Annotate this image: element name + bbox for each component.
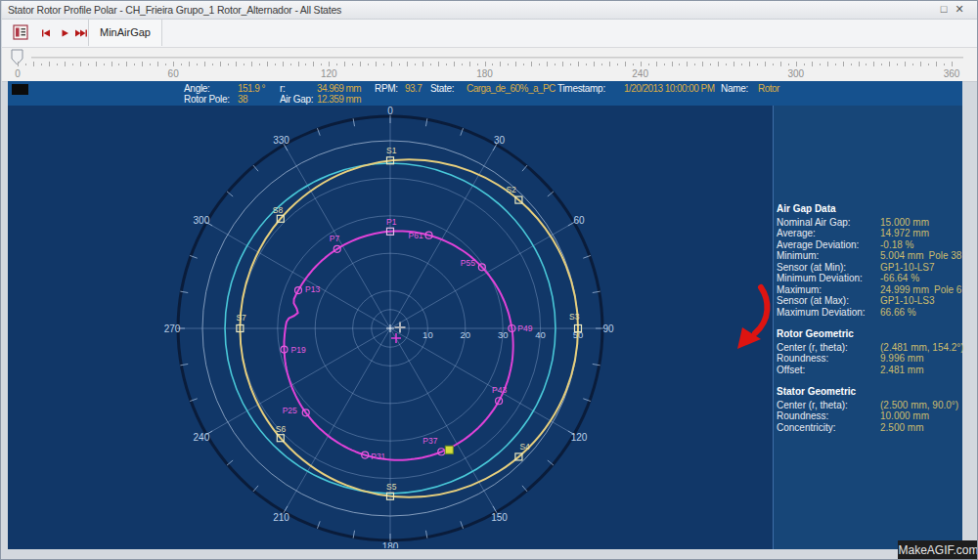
- ruler-tick: [25, 64, 26, 65]
- makeagif-watermark: MakeAGIF.com: [898, 540, 978, 560]
- ruler-tick: [812, 62, 813, 66]
- ruler-tick: [477, 64, 478, 65]
- ruler-tick: [118, 64, 119, 65]
- ruler-tick: [18, 62, 19, 66]
- legend-swatch: [12, 84, 28, 95]
- app-window: Stator Rotor Profile Polar - CH_Frieira …: [0, 0, 978, 560]
- ruler-tick: [80, 62, 81, 66]
- state-value: Carga_de_60%_a_PC: [467, 83, 556, 94]
- ruler-tick: [321, 64, 322, 65]
- timeline-ruler: 060120180240300360: [2, 48, 977, 82]
- angle-value: 151.9 °: [238, 83, 265, 94]
- ruler-tick: [780, 62, 781, 66]
- ruler-tick: [625, 62, 626, 66]
- panel-row: Sensor (at Max):GP1-10-LS3: [777, 295, 968, 307]
- panel-row: Offset:2.481 mm: [777, 365, 968, 376]
- ruler-tick: [88, 64, 89, 65]
- ruler-tick: [352, 64, 353, 65]
- ruler-label: 240: [632, 68, 648, 79]
- ruler-tick: [383, 64, 384, 65]
- ruler-tick: [126, 62, 127, 66]
- ruler-tick: [601, 64, 602, 65]
- ruler-tick: [336, 64, 337, 65]
- ruler-tick: [462, 64, 463, 65]
- play-icon[interactable]: [58, 26, 73, 40]
- ruler-tick: [555, 64, 556, 65]
- panel-row: Concentricity:2.500 mm: [777, 422, 968, 434]
- slider-thumb[interactable]: [11, 49, 25, 70]
- ruler-tick: [415, 64, 416, 65]
- svg-text:240: 240: [194, 432, 210, 443]
- report-icon[interactable]: [13, 24, 30, 42]
- rpm-value: 93.7: [405, 83, 422, 94]
- svg-text:P49: P49: [517, 323, 532, 333]
- ruler-tick: [150, 64, 151, 65]
- svg-text:40: 40: [535, 329, 546, 340]
- ruler-tick: [181, 64, 182, 65]
- ruler-tick: [259, 64, 260, 65]
- ruler-tick: [244, 64, 244, 65]
- air-gap-value: 12.359 mm: [317, 94, 361, 105]
- panel-row: Center (r, theta):(2.481 mm, 154.2°): [777, 342, 968, 354]
- svg-text:S7: S7: [236, 313, 246, 323]
- svg-text:P25: P25: [283, 406, 297, 415]
- panel-row: Maximum Deviation:66.66 %: [777, 307, 968, 319]
- ruler-tick: [539, 64, 540, 65]
- ruler-tick: [633, 64, 634, 65]
- name-value: Rotor: [758, 83, 779, 94]
- ruler-tick: [726, 64, 727, 65]
- ruler-tick: [586, 64, 587, 65]
- svg-text:300: 300: [194, 215, 210, 226]
- ruler-tick: [57, 64, 58, 65]
- timestamp-value: 1/20/2013 10:00:00 PM: [624, 83, 714, 94]
- fast-forward-icon[interactable]: [73, 26, 89, 40]
- svg-text:P37: P37: [422, 436, 437, 446]
- ruler-tick: [741, 64, 742, 65]
- ruler-tick: [672, 62, 673, 66]
- step-back-icon[interactable]: [39, 26, 55, 40]
- ruler-tick: [329, 62, 330, 66]
- panel-section-title: Rotor Geometric: [777, 328, 968, 340]
- svg-text:P7: P7: [330, 234, 340, 243]
- ruler-tick: [236, 62, 237, 66]
- rotor-pole-value: 38: [238, 94, 247, 105]
- ruler-tick: [773, 64, 774, 65]
- ruler-tick: [134, 64, 135, 65]
- panel-row: Center (r, theta):(2.500 mm, 90.0°): [777, 400, 968, 411]
- ruler-tick: [500, 62, 501, 66]
- ruler-tick: [656, 62, 657, 66]
- panel-section: Air Gap DataNominal Air Gap:15.000 mmAve…: [777, 203, 968, 318]
- ruler-tick: [446, 64, 447, 65]
- ruler-tick: [889, 62, 890, 66]
- ruler-tick: [430, 64, 431, 65]
- ruler-tick: [851, 64, 852, 65]
- minimize-icon[interactable]: □: [936, 2, 952, 17]
- ruler-tick: [952, 62, 953, 66]
- ruler-tick: [881, 64, 882, 65]
- panel-row: Minimum:5.004 mm Pole 38: [777, 250, 968, 262]
- svg-text:90: 90: [602, 323, 614, 334]
- ruler-tick: [734, 62, 734, 66]
- ruler-tick: [344, 62, 345, 66]
- ruler-tick: [936, 62, 937, 66]
- ruler-tick: [718, 62, 719, 66]
- polar-plot[interactable]: 0306090120150180210240270300330102030405…: [8, 106, 774, 549]
- data-panel: Air Gap DataNominal Air Gap:15.000 mmAve…: [777, 203, 968, 444]
- panel-row: Minimum Deviation:-66.64 %: [777, 273, 968, 284]
- ruler-tick: [562, 62, 563, 66]
- ruler-tick: [173, 62, 174, 66]
- svg-text:S3: S3: [569, 312, 580, 322]
- ruler-tick: [912, 64, 913, 65]
- ruler-tick: [189, 62, 190, 66]
- min-air-gap-button[interactable]: MinAirGap: [88, 20, 162, 46]
- ruler-tick: [251, 62, 252, 66]
- ruler-tick: [547, 62, 548, 66]
- ruler-tick: [157, 62, 158, 66]
- ruler-tick: [641, 62, 642, 66]
- svg-text:P31: P31: [371, 452, 385, 461]
- r-label: r:: [280, 83, 286, 94]
- panel-row: Nominal Air Gap:15.000 mm: [777, 217, 968, 229]
- svg-text:S8: S8: [273, 205, 284, 215]
- close-icon[interactable]: ✕: [952, 2, 967, 17]
- ruler-tick: [944, 64, 945, 65]
